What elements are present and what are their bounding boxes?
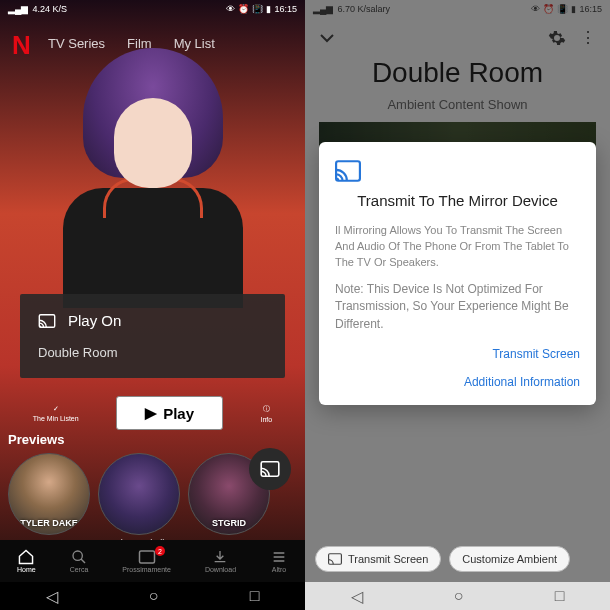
play-button[interactable]: ▶ Play: [116, 396, 223, 430]
svg-point-2: [73, 551, 82, 560]
customize-chip-label: Customize Ambient: [462, 553, 557, 565]
preview-overlay: STGRID: [189, 518, 269, 528]
hero-character: [53, 48, 253, 308]
system-nav: ◁ ○ □: [305, 582, 610, 610]
svg-rect-3: [139, 551, 154, 563]
system-nav: ◁ ○ □: [0, 582, 305, 610]
customize-chip[interactable]: Customize Ambient: [449, 546, 570, 572]
info-label: Info: [261, 416, 273, 423]
back-button[interactable]: ◁: [351, 587, 363, 606]
mylist-action[interactable]: ✓ The Min Listen: [33, 405, 79, 422]
recents-button[interactable]: □: [555, 587, 565, 605]
preview-item[interactable]: Ghost Ashell: [98, 453, 180, 548]
preview-item[interactable]: TYLER DAKE: [8, 453, 90, 548]
cast-icon: [335, 160, 580, 182]
home-button[interactable]: ○: [454, 587, 464, 605]
battery-icon: ▮: [266, 4, 271, 14]
netflix-screen: ▂▄▆ 4.24 K/S 👁 ⏰ 📳 ▮ 16:15 N TV Series F…: [0, 0, 305, 610]
dialog-note: Note: This Device Is Not Optimized For T…: [335, 281, 580, 333]
hero-actions: ✓ The Min Listen ▶ Play ⓘ Info: [0, 396, 305, 430]
dialog-title: Transmit To The Mirror Device: [335, 192, 580, 209]
nav-home-label: Home: [17, 566, 36, 573]
cast-settings-screen: ▂▄▆ 6.70 K/salary 👁 ⏰ 📳 ▮ 16:15 ⋮ Double…: [305, 0, 610, 610]
cast-card[interactable]: Play On Double Room: [20, 294, 285, 378]
home-button[interactable]: ○: [149, 587, 159, 605]
back-button[interactable]: ◁: [46, 587, 58, 606]
nav-more-label: Altro: [272, 566, 286, 573]
transmit-chip-label: Transmit Screen: [348, 553, 428, 565]
cast-device-name: Double Room: [38, 345, 267, 360]
net-speed: 4.24 K/S: [32, 4, 67, 14]
hero-area: N TV Series Film My List Play On Double …: [0, 18, 305, 438]
eye-icon: 👁: [226, 4, 235, 14]
recents-button[interactable]: □: [250, 587, 260, 605]
transmit-chip[interactable]: Transmit Screen: [315, 546, 441, 572]
mylist-label: The Min Listen: [33, 415, 79, 422]
bottom-chips: Transmit Screen Customize Ambient: [305, 540, 610, 578]
clock: 16:15: [274, 4, 297, 14]
nav-more[interactable]: Altro: [270, 549, 288, 573]
nav-download-label: Download: [205, 566, 236, 573]
mirror-dialog: Transmit To The Mirror Device Il Mirrori…: [319, 142, 596, 405]
nav-home[interactable]: Home: [17, 549, 36, 573]
play-icon: ▶: [145, 404, 157, 422]
info-icon: ⓘ: [263, 404, 270, 414]
info-action[interactable]: ⓘ Info: [261, 404, 273, 423]
dialog-body: Il Mirroring Allows You To Transmit The …: [335, 223, 580, 271]
signal-icon: ▂▄▆: [8, 4, 28, 14]
nav-search[interactable]: Cerca: [70, 549, 89, 573]
play-label: Play: [163, 405, 194, 422]
preview-overlay: TYLER DAKE: [9, 518, 89, 528]
previews-heading: Previews: [8, 432, 305, 447]
netflix-logo[interactable]: N: [12, 30, 31, 61]
cast-title-text: Play On: [68, 312, 121, 329]
check-icon: ✓: [53, 405, 59, 413]
cast-icon: [38, 314, 56, 328]
transmit-screen-button[interactable]: Transmit Screen: [335, 347, 580, 361]
additional-info-button[interactable]: Additional Information: [335, 375, 580, 389]
nav-download[interactable]: Download: [205, 549, 236, 573]
nav-search-label: Cerca: [70, 566, 89, 573]
status-bar: ▂▄▆ 4.24 K/S 👁 ⏰ 📳 ▮ 16:15: [0, 0, 305, 18]
svg-rect-5: [329, 554, 342, 565]
vibrate-icon: 📳: [252, 4, 263, 14]
nav-coming-label: Prossimamente: [122, 566, 171, 573]
nav-coming[interactable]: 2 Prossimamente: [122, 549, 171, 573]
alarm-icon: ⏰: [238, 4, 249, 14]
floating-cast-button[interactable]: [249, 448, 291, 490]
nav-badge: 2: [155, 546, 165, 556]
bottom-nav: Home Cerca 2 Prossimamente Download Altr…: [0, 540, 305, 582]
